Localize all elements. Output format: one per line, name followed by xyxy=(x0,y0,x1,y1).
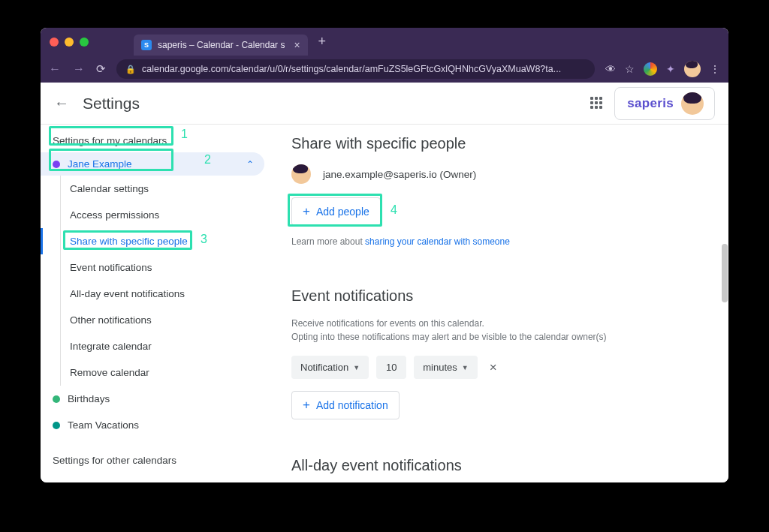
calendar-color-dot xyxy=(53,395,60,403)
notification-value: 10 xyxy=(386,362,397,373)
browser-window: S saperis – Calendar - Calendar s × + ← … xyxy=(41,28,728,482)
url-field[interactable]: 🔒 calendar.google.com/calendar/u/0/r/set… xyxy=(116,59,595,79)
address-bar: ← → ⟳ 🔒 calendar.google.com/calendar/u/0… xyxy=(41,56,728,83)
annotation-number-1: 1 xyxy=(181,128,188,141)
app-body: Settings for my calendars Jane Example ⌃… xyxy=(41,125,728,482)
sidebar-item-event-notifications[interactable]: Event notifications xyxy=(61,254,273,281)
settings-sidebar: Settings for my calendars Jane Example ⌃… xyxy=(41,125,273,482)
owner-row: jane.example@saperis.io (Owner) xyxy=(291,164,706,184)
titlebar: S saperis – Calendar - Calendar s × + xyxy=(41,28,728,56)
page-title: Settings xyxy=(83,95,140,113)
section-title-share: Share with specific people xyxy=(291,135,706,152)
nav-forward-icon[interactable]: → xyxy=(72,62,86,76)
add-people-label: Add people xyxy=(316,206,369,218)
brand-name: saperis xyxy=(627,96,674,111)
calendar-color-dot xyxy=(53,422,60,429)
sidebar-section-other-calendars[interactable]: Settings for other calendars xyxy=(41,438,273,472)
notification-row: Notification ▼ 10 minutes ▼ × xyxy=(291,356,706,379)
window-controls xyxy=(50,38,89,47)
calendar-name: Jane Example xyxy=(68,158,132,170)
chevron-up-icon: ⌃ xyxy=(246,159,254,170)
sidebar-calendar-jane[interactable]: Jane Example ⌃ xyxy=(41,152,264,176)
add-notification-button[interactable]: + Add notification xyxy=(291,391,400,419)
sidebar-item-share-specific[interactable]: Share with specific people xyxy=(61,228,273,254)
sidebar-calendar-birthdays[interactable]: Birthdays xyxy=(41,386,273,412)
reload-icon[interactable]: ⟳ xyxy=(96,62,106,76)
extension-icon[interactable] xyxy=(644,62,657,76)
add-notification-label: Add notification xyxy=(316,399,388,411)
caret-down-icon: ▼ xyxy=(353,364,360,371)
desc-line2: Opting into these notifications may aler… xyxy=(291,332,607,342)
settings-back-icon[interactable]: ← xyxy=(54,95,69,112)
sidebar-item-access-permissions[interactable]: Access permissions xyxy=(61,202,273,228)
sidebar-item-integrate-calendar[interactable]: Integrate calendar xyxy=(61,333,273,359)
url-text: calendar.google.com/calendar/u/0/r/setti… xyxy=(142,64,561,74)
event-notifications-desc: Receive notifications for events on this… xyxy=(291,317,706,344)
notification-unit-label: minutes xyxy=(423,362,457,373)
notification-type-label: Notification xyxy=(300,362,348,373)
lock-icon: 🔒 xyxy=(125,65,136,74)
sidebar-item-allday-notifications[interactable]: All-day event notifications xyxy=(61,281,273,307)
close-tab-icon[interactable]: × xyxy=(294,39,300,51)
learn-more-link[interactable]: sharing your calendar with someone xyxy=(365,236,510,247)
account-avatar-icon xyxy=(681,92,704,115)
main-panel: Share with specific people jane.example@… xyxy=(273,125,728,482)
new-tab-button[interactable]: + xyxy=(318,34,327,50)
remove-notification-icon[interactable]: × xyxy=(485,360,502,375)
section-title-allday: All-day event notifications xyxy=(291,457,706,474)
sidebar-item-remove-calendar[interactable]: Remove calendar xyxy=(61,359,273,386)
minimize-window-button[interactable] xyxy=(65,38,74,47)
kebab-menu-icon[interactable]: ⋮ xyxy=(710,63,721,75)
notification-type-select[interactable]: Notification ▼ xyxy=(291,356,369,379)
annotation-number-4: 4 xyxy=(391,203,397,217)
section-title-event-notifications: Event notifications xyxy=(291,287,706,305)
add-people-button[interactable]: + Add people xyxy=(291,197,381,226)
tab-title: saperis – Calendar - Calendar s xyxy=(158,40,285,50)
tab-favicon: S xyxy=(141,40,152,50)
calendar-color-dot xyxy=(53,161,60,168)
owner-avatar-icon xyxy=(291,164,311,184)
profile-avatar-icon[interactable] xyxy=(684,61,701,77)
scrollbar-thumb[interactable] xyxy=(722,244,728,302)
sidebar-calendar-team-vacations[interactable]: Team Vacations xyxy=(41,412,273,438)
plus-icon: + xyxy=(303,398,310,413)
annotation-number-2: 2 xyxy=(204,153,211,167)
app-container: ← Settings saperis Settings for my calen… xyxy=(41,83,728,482)
learn-prefix: Learn more about xyxy=(291,236,365,247)
nav-back-icon[interactable]: ← xyxy=(48,62,62,76)
annotation-number-3: 3 xyxy=(201,233,207,246)
notification-value-input[interactable]: 10 xyxy=(376,356,406,379)
desc-line1: Receive notifications for events on this… xyxy=(291,318,484,329)
sidebar-item-other-notifications[interactable]: Other notifications xyxy=(61,307,273,333)
plus-icon: + xyxy=(303,204,310,219)
account-switcher[interactable]: saperis xyxy=(614,87,715,120)
caret-down-icon: ▼ xyxy=(462,364,469,371)
notification-unit-select[interactable]: minutes ▼ xyxy=(414,356,477,379)
app-header: ← Settings saperis xyxy=(41,83,728,125)
calendar-name: Team Vacations xyxy=(68,419,139,431)
sidebar-item-calendar-settings[interactable]: Calendar settings xyxy=(61,176,273,202)
browser-tab[interactable]: S saperis – Calendar - Calendar s × xyxy=(134,35,308,56)
sidebar-section-my-calendars[interactable]: Settings for my calendars xyxy=(41,129,273,152)
apps-grid-icon[interactable] xyxy=(590,97,604,110)
puzzle-icon[interactable]: ✦ xyxy=(666,63,675,75)
maximize-window-button[interactable] xyxy=(80,38,89,47)
learn-more-text: Learn more about sharing your calendar w… xyxy=(291,236,706,247)
calendar-name: Birthdays xyxy=(68,393,110,404)
sidebar-subitems: Calendar settings Access permissions Sha… xyxy=(60,176,273,386)
star-icon[interactable]: ☆ xyxy=(625,63,635,75)
owner-email: jane.example@saperis.io (Owner) xyxy=(323,169,476,180)
toolbar-right: 👁 ☆ ✦ ⋮ xyxy=(605,61,721,77)
close-window-button[interactable] xyxy=(50,38,59,47)
eye-icon[interactable]: 👁 xyxy=(605,63,616,75)
